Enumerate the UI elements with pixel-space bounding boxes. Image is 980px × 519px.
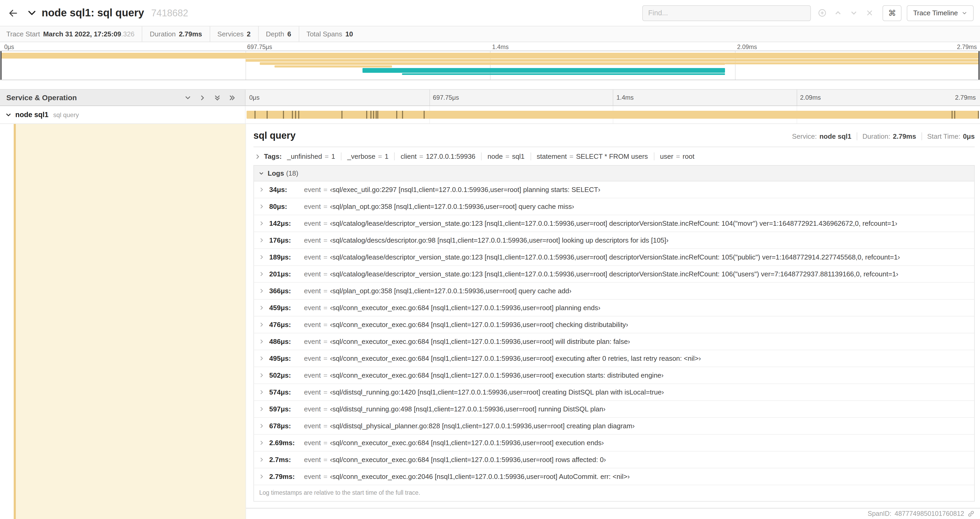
tag-value: 1	[331, 152, 335, 160]
logs-header[interactable]: Logs (18)	[254, 166, 974, 181]
next-match-icon[interactable]	[850, 8, 858, 18]
tags-row[interactable]: Tags: _unfinished=1 _verbose=1 client=12…	[253, 147, 975, 165]
equals-sign: =	[323, 388, 328, 396]
log-field-key: event	[304, 203, 321, 211]
span-row-name-cell[interactable]: node sql1 sql query	[0, 106, 245, 123]
keyboard-shortcuts-button[interactable]: ⌘	[883, 5, 902, 21]
link-icon[interactable]	[967, 510, 975, 517]
log-field-value: ‹sql/distsql_running.go:498 [nsql1,clien…	[330, 405, 606, 413]
log-field-value: ‹sql/conn_executor_exec.go:684 [nsql1,cl…	[330, 371, 663, 379]
tag-key: statement	[537, 152, 567, 160]
span-indent-column	[0, 124, 245, 519]
log-message: event=‹sql/distsql_running.go:1420 [nsql…	[304, 388, 664, 396]
chevron-right-icon	[259, 187, 264, 192]
view-selector-button[interactable]: Trace Timeline	[907, 5, 974, 21]
page-header: node sql1: sql query 7418682 ⌘ Trace Tim…	[0, 0, 980, 26]
minimap-canvas[interactable]	[0, 51, 980, 80]
tag-value: root	[682, 152, 694, 160]
log-field-key: event	[304, 186, 321, 193]
log-row[interactable]: 486μs: event=‹sql/conn_executor_exec.go:…	[254, 333, 974, 350]
log-row[interactable]: 366μs: event=‹sql/plan_opt.go:358 [nsql1…	[254, 283, 974, 300]
find-input[interactable]	[642, 5, 811, 21]
tag-value: 1	[385, 152, 388, 160]
log-row[interactable]: 201μs: event=‹sql/catalog/lease/descript…	[254, 266, 974, 283]
equals-sign: =	[323, 321, 328, 329]
log-row[interactable]: 2.69ms: event=‹sql/conn_executor_exec.go…	[254, 434, 974, 452]
log-row[interactable]: 495μs: event=‹sql/conn_executor_exec.go:…	[254, 350, 974, 367]
log-row[interactable]: 80μs: event=‹sql/plan_opt.go:358 [nsql1,…	[254, 198, 974, 215]
log-row[interactable]: 176μs: event=‹sql/catalog/descs/descript…	[254, 232, 974, 249]
log-row[interactable]: 574μs: event=‹sql/distsql_running.go:142…	[254, 384, 974, 401]
prev-match-icon[interactable]	[834, 8, 843, 18]
right-scrubber[interactable]	[978, 51, 980, 80]
expand-all-icon[interactable]	[214, 94, 221, 101]
log-field-value: ‹sql/catalog/descs/descriptor.go:98 [nsq…	[330, 236, 668, 244]
span-meta-item: Duration:2.79ms	[857, 133, 916, 140]
summary-item: Duration 2.79ms	[142, 26, 210, 42]
log-timestamp: 189μs:	[269, 253, 304, 261]
meta-value: 2.79ms	[893, 133, 916, 140]
trace-name: node sql1: sql query	[41, 7, 144, 18]
expand-one-icon[interactable]	[185, 94, 191, 101]
log-field-value: ‹sql/conn_executor_exec.go:2046 [nsql1,c…	[330, 473, 630, 481]
arrow-left-icon	[7, 7, 19, 19]
log-timestamp: 574μs:	[269, 388, 304, 396]
command-icon: ⌘	[888, 8, 896, 18]
summary-item: Depth 6	[258, 26, 299, 42]
log-message: event=‹sql/catalog/lease/descriptor_vers…	[304, 219, 897, 227]
service-operation-label: Service & Operation	[6, 93, 77, 102]
log-row[interactable]: 2.79ms: event=‹sql/conn_executor_exec.go…	[254, 468, 974, 485]
equals-sign: =	[323, 473, 328, 481]
log-row[interactable]: 597μs: event=‹sql/distsql_running.go:498…	[254, 401, 974, 418]
log-row[interactable]: 34μs: event=‹sql/exec_util.go:2297 [nsql…	[254, 181, 974, 198]
chevron-down-icon[interactable]	[5, 112, 11, 118]
log-field-key: event	[304, 270, 321, 278]
equals-sign: =	[505, 152, 509, 160]
chevron-right-icon	[259, 407, 264, 411]
span-id-value: 4877749850101760812	[895, 510, 964, 517]
back-button[interactable]	[7, 7, 19, 19]
collapse-one-icon[interactable]	[199, 94, 206, 101]
chevron-right-icon	[255, 154, 260, 159]
trace-collapse-toggle[interactable]	[27, 8, 37, 18]
timeline-section: Service & Operation 0μs 697.75μs 1.4ms 2…	[0, 89, 980, 124]
log-row[interactable]: 502μs: event=‹sql/conn_executor_exec.go:…	[254, 367, 974, 384]
collapse-all-icon[interactable]	[229, 94, 235, 101]
log-timestamp: 476μs:	[269, 321, 304, 329]
tags-list: _unfinished=1 _verbose=1 client=127.0.0.…	[287, 152, 694, 160]
log-timestamp: 80μs:	[269, 203, 304, 211]
span-row[interactable]: node sql1 sql query	[0, 106, 980, 124]
log-timestamp: 486μs:	[269, 338, 304, 345]
log-row[interactable]: 459μs: event=‹sql/conn_executor_exec.go:…	[254, 300, 974, 316]
log-field-key: event	[304, 236, 321, 244]
log-field-key: event	[304, 371, 321, 379]
log-message: event=‹sql/conn_executor_exec.go:684 [ns…	[304, 456, 606, 464]
span-bar[interactable]	[247, 111, 979, 119]
equals-sign: =	[323, 338, 328, 345]
log-field-value: ‹sql/catalog/lease/descriptor_version_st…	[330, 219, 897, 227]
log-field-key: event	[304, 439, 321, 447]
log-field-value: ‹sql/conn_executor_exec.go:684 [nsql1,cl…	[330, 338, 630, 345]
equals-sign: =	[323, 405, 328, 413]
left-scrubber[interactable]	[0, 51, 2, 80]
summary-label: Trace Start	[6, 30, 40, 38]
log-row[interactable]: 2.7ms: event=‹sql/conn_executor_exec.go:…	[254, 452, 974, 468]
equals-sign: =	[323, 439, 328, 447]
chevron-down-icon	[962, 10, 967, 16]
log-message: event=‹sql/exec_util.go:2297 [nsql1,clie…	[304, 186, 600, 193]
span-row-timeline-cell[interactable]	[245, 106, 980, 123]
timeline-time-labels: 0μs 697.75μs 1.4ms 2.09ms 2.79ms	[245, 89, 980, 105]
clear-search-icon[interactable]	[865, 8, 874, 18]
logs-list: 34μs: event=‹sql/exec_util.go:2297 [nsql…	[254, 181, 974, 485]
focus-match-icon[interactable]	[818, 8, 827, 18]
span-service-name: node sql1	[15, 111, 48, 119]
span-meta-item: Start Time:0μs	[921, 133, 975, 140]
summary-suffix: .326	[121, 30, 135, 38]
log-row[interactable]: 142μs: event=‹sql/catalog/lease/descript…	[254, 215, 974, 232]
log-field-value: ‹sql/exec_util.go:2297 [nsql1,client=127…	[330, 186, 600, 193]
chevron-right-icon	[259, 441, 264, 445]
log-row[interactable]: 476μs: event=‹sql/conn_executor_exec.go:…	[254, 316, 974, 333]
log-row[interactable]: 189μs: event=‹sql/catalog/lease/descript…	[254, 249, 974, 266]
log-row[interactable]: 678μs: event=‹sql/distsql_physical_plann…	[254, 418, 974, 434]
timeline-gridline	[613, 89, 613, 105]
